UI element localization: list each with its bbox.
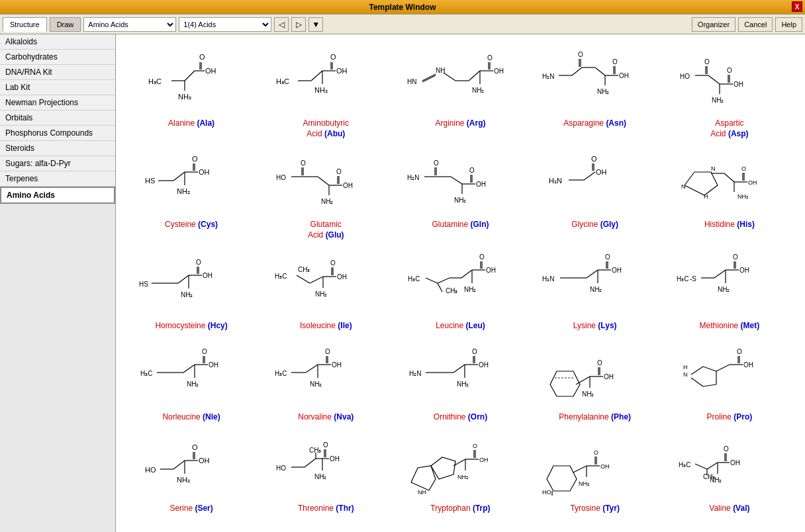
svg-text:OH: OH [343, 182, 353, 189]
aa-glutamine[interactable]: H₂N O O OH NH₂ [395, 146, 526, 240]
page-dropdown[interactable]: 1(4) Acids 2(4) Amides 3(4) Aromatics [179, 17, 271, 32]
aa-glutamic[interactable]: HO O O OH NH₂ [260, 146, 391, 240]
svg-text:HO: HO [276, 465, 286, 472]
organizer-button[interactable]: Organizer [692, 17, 735, 32]
svg-text:NH₂: NH₂ [712, 97, 724, 104]
close-button[interactable]: X [792, 1, 802, 12]
aa-glycine-name: Glycine (Gly) [571, 220, 618, 230]
svg-marker-266 [547, 466, 577, 491]
aa-phenylalanine-name: Phenylalanine (Phe) [559, 412, 631, 423]
aa-norvaline[interactable]: H₃C O OH NH₂ Norvaline (Nva) [260, 338, 391, 423]
sidebar-item-carbohydrates[interactable]: Carbohydrates [0, 50, 115, 65]
aa-glycine[interactable]: H₂N O OH Glycine (Gly) [530, 146, 661, 240]
sidebar-item-aminoacids[interactable]: Amino Acids [0, 187, 115, 204]
aa-leucine[interactable]: H₃C CH₃ O OH NH₂ [395, 247, 526, 332]
sidebar-item-labkit[interactable]: Lab Kit [0, 80, 115, 95]
cancel-button[interactable]: Cancel [738, 17, 773, 32]
svg-text:H₃C: H₃C [148, 77, 162, 85]
svg-text:H₃C: H₃C [276, 77, 289, 85]
aa-norvaline-name: Norvaline (Nva) [298, 412, 354, 423]
aa-histidine[interactable]: N H N O OH NH₂ Histidine (His) [664, 146, 795, 240]
svg-text:H₂N: H₂N [542, 73, 554, 80]
svg-text:H₃C: H₃C [679, 461, 690, 468]
svg-line-202 [453, 365, 465, 373]
structure-tab[interactable]: Structure [3, 17, 47, 32]
svg-text:O: O [330, 53, 336, 61]
aa-arginine[interactable]: HN NH O OH NH₂ [395, 44, 526, 139]
aa-valine[interactable]: H₃C CH₃ O OH NH₂ Valine (Val) [664, 429, 795, 514]
svg-text:H₃C: H₃C [408, 275, 420, 283]
svg-text:O: O [597, 359, 602, 367]
svg-text:O: O [612, 58, 618, 66]
aa-serine[interactable]: HO O OH NH₂ Serine (Ser) [126, 429, 257, 514]
aa-lysine[interactable]: H₂N O OH NH₂ Lysine (Lys) [530, 247, 661, 332]
forward-icon[interactable]: ▷ [291, 17, 306, 32]
aa-aminobutyric[interactable]: H₃C O OH NH₂ AminobutyricAcid (Abu) [260, 44, 391, 139]
svg-marker-107 [685, 172, 718, 195]
aa-asparagine[interactable]: H₂N O O OH NH₂ [530, 44, 661, 139]
aa-methionine[interactable]: H₃C -S O OH NH₂ Methionine (Met) [664, 247, 795, 332]
sidebar-item-newman[interactable]: Newman Projections [0, 95, 115, 111]
svg-line-235 [173, 461, 185, 469]
sidebar-item-dnarna[interactable]: DNA/RNA Kit [0, 65, 115, 80]
aa-norleucine-name: Norleucine (Nle) [162, 412, 220, 423]
svg-text:H₃C: H₃C [140, 370, 152, 377]
amino-acid-grid: H₃C O OH NH₂ Alanine (Ala) [122, 41, 798, 517]
svg-text:NH₂: NH₂ [464, 286, 476, 293]
svg-line-278 [695, 464, 707, 469]
svg-text:OH: OH [730, 459, 740, 466]
aa-phenylalanine[interactable]: O OH NH₂ Phenylalanine (Phe) [530, 338, 661, 423]
aa-cysteine[interactable]: HS O OH NH₂ Cysteine (Cys) [126, 146, 257, 240]
svg-line-134 [310, 277, 323, 283]
svg-line-123 [178, 275, 189, 283]
category-dropdown[interactable]: Amino Acids Alkaloids Carbohydrates [83, 17, 176, 32]
svg-text:O: O [605, 253, 610, 261]
help-button[interactable]: Help [775, 17, 802, 32]
svg-line-78 [318, 177, 329, 185]
content-area[interactable]: H₃C O OH NH₂ Alanine (Ala) [116, 34, 805, 532]
draw-tab[interactable]: Draw [50, 17, 81, 32]
aa-tyrosine[interactable]: HO O OH NH₂ Tyrosine (Tyr) [530, 429, 661, 514]
svg-text:O: O [192, 443, 198, 451]
sidebar-item-orbitals[interactable]: Orbitals [0, 111, 115, 126]
sidebar-item-steroids[interactable]: Steroids [0, 141, 115, 156]
svg-text:OH: OH [199, 457, 210, 465]
sidebar-item-terpenes[interactable]: Terpenes [0, 171, 115, 187]
svg-text:O: O [727, 67, 732, 74]
aa-threonine[interactable]: HO CH₃ O OH NH₂ Threonine (Thr) [260, 429, 391, 514]
sidebar-item-phosphorus[interactable]: Phosphorus Compounds [0, 126, 115, 141]
svg-text:NH₂: NH₂ [457, 380, 469, 388]
sidebar-item-alkaloids[interactable]: Alkaloids [0, 34, 115, 50]
svg-text:-S: -S [690, 275, 696, 283]
svg-text:O: O [469, 167, 475, 174]
aa-tryptophan[interactable]: NH O OH NH₂ Tryptophan (Trp) [395, 429, 526, 514]
svg-text:OH: OH [199, 168, 210, 176]
aa-ornithine[interactable]: H₂N O OH NH₂ Ornithine (Orn) [395, 338, 526, 423]
back-icon[interactable]: ◁ [274, 17, 289, 32]
svg-text:O: O [737, 348, 742, 355]
svg-text:CH₃: CH₃ [298, 266, 310, 273]
svg-text:NH₂: NH₂ [718, 286, 730, 293]
aa-leucine-name: Leucine (Leu) [436, 321, 485, 332]
aa-aspartic[interactable]: HO O O OH NH₂ Aspart [664, 44, 795, 139]
aa-aspartic-name: AsparticAcid (Asp) [710, 118, 748, 139]
aa-norleucine[interactable]: H₃C O OH NH₂ Norleucine (Nle) [126, 338, 257, 423]
aa-homocysteine[interactable]: HS O OH NH₂ Homocysteine (Hcy) [126, 247, 257, 332]
aa-proline[interactable]: H N O OH Proline (P [664, 338, 795, 423]
aa-tyrosine-name: Tyrosine (Tyr) [570, 504, 619, 514]
svg-text:O: O [733, 253, 738, 261]
svg-text:O: O [434, 159, 439, 167]
aa-homocysteine-name: Homocysteine (Hcy) [155, 321, 227, 332]
aa-alanine[interactable]: H₃C O OH NH₂ Alanine (Ala) [126, 44, 257, 139]
dropdown-icon[interactable]: ▼ [308, 17, 323, 32]
svg-text:OH: OH [743, 361, 753, 369]
svg-text:NH₂: NH₂ [710, 476, 722, 484]
svg-text:HO: HO [542, 489, 551, 496]
svg-text:OH: OH [739, 267, 749, 274]
svg-text:OH: OH [604, 373, 614, 380]
sidebar: Alkaloids Carbohydrates DNA/RNA Kit Lab … [0, 34, 116, 532]
aa-alanine-name: Alanine (Ala) [168, 118, 214, 129]
main-layout: Alkaloids Carbohydrates DNA/RNA Kit Lab … [0, 34, 805, 532]
sidebar-item-sugars[interactable]: Sugars: alfa-D-Pyr [0, 156, 115, 171]
aa-isoleucine[interactable]: H₃C CH₃ O OH NH₂ Isoleucine (Ile) [260, 247, 391, 332]
